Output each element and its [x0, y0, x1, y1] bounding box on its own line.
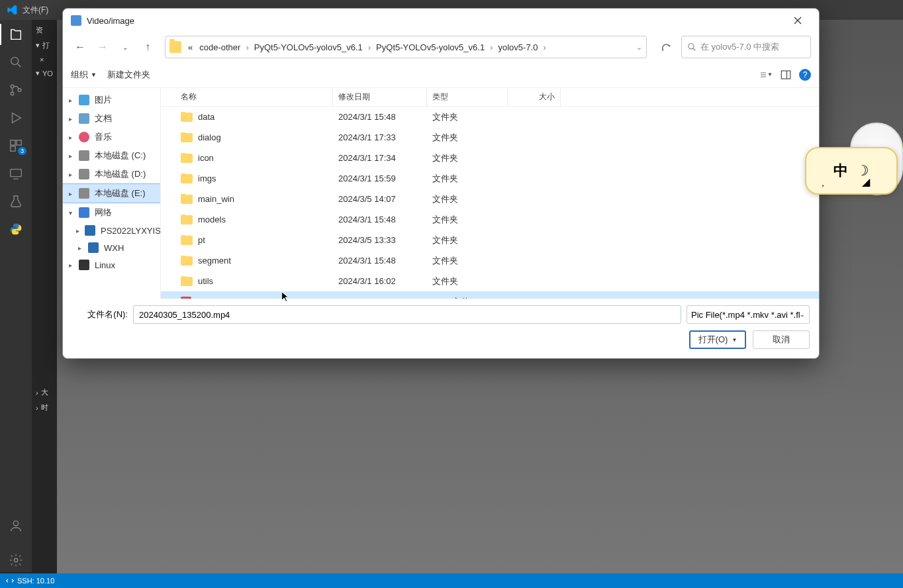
dialog-footer: 文件名(N): Pic File(*.mp4 *.mkv *.avi *.flv…: [63, 299, 819, 358]
testing-icon[interactable]: [8, 193, 24, 209]
svg-rect-6: [17, 140, 21, 145]
svg-point-2: [11, 85, 14, 88]
run-debug-icon[interactable]: [8, 110, 24, 126]
editor-tab[interactable]: ×: [33, 53, 56, 66]
tree-item-图片[interactable]: 图片: [63, 91, 160, 109]
preview-pane-icon[interactable]: [779, 68, 792, 81]
file-row[interactable]: main_win2024/3/5 14:07文件夹: [161, 189, 819, 209]
file-row[interactable]: pt2024/3/5 13:33文件夹: [161, 230, 819, 250]
tree-item-Linux[interactable]: Linux: [63, 256, 160, 273]
breadcrumb[interactable]: « code-other› PyQt5-YOLOv5-yolov5_v6.1› …: [165, 36, 647, 58]
activity-bar: 3: [0, 20, 32, 572]
svg-point-12: [14, 558, 18, 562]
crumb-pyqt5-2[interactable]: PyQt5-YOLOv5-yolov5_v6.1: [373, 41, 487, 54]
remote-icon[interactable]: [8, 166, 24, 181]
file-row[interactable]: utils2024/3/1 16:02文件夹: [161, 271, 819, 291]
source-control-icon[interactable]: [8, 82, 24, 98]
file-row[interactable]: dialog2024/3/1 17:33文件夹: [161, 127, 819, 148]
col-type[interactable]: 类型: [427, 88, 508, 106]
file-list-area: 名称 修改日期 类型 大小 data2024/3/1 15:48文件夹dialo…: [161, 88, 819, 299]
forward-button[interactable]: →: [93, 38, 112, 56]
folder-tree[interactable]: 图片文档音乐本地磁盘 (C:)本地磁盘 (D:)本地磁盘 (E:)网络PS202…: [63, 88, 161, 299]
cancel-button[interactable]: 取消: [753, 330, 810, 349]
disk-icon: [79, 169, 89, 179]
open-editors[interactable]: ▾ 打: [33, 38, 56, 53]
svg-line-14: [693, 48, 696, 51]
new-folder-button[interactable]: 新建文件夹: [107, 69, 150, 81]
search-icon[interactable]: [8, 54, 24, 70]
outline-section[interactable]: › 大: [33, 385, 56, 400]
filename-input[interactable]: [133, 305, 681, 324]
back-button[interactable]: ←: [71, 38, 89, 56]
ime-comma[interactable]: ，: [818, 177, 828, 189]
folder-icon: [181, 154, 193, 163]
file-open-dialog: Video/image ← → ⌄ ↑ « code-other› PyQt5-…: [62, 8, 820, 359]
open-button[interactable]: 打开(O) ▼: [689, 330, 746, 349]
folder-icon: [181, 236, 193, 245]
folder-icon: [181, 174, 193, 183]
tree-item-本地磁盘 (E:)[interactable]: 本地磁盘 (E:): [63, 183, 160, 203]
breadcrumb-dropdown-icon[interactable]: ⌄: [636, 43, 642, 52]
file-row[interactable]: models2024/3/1 15:48文件夹: [161, 209, 819, 230]
ime-toolbar[interactable]: 中 ☽ ， ◢: [805, 147, 898, 195]
dialog-titlebar[interactable]: Video/image: [63, 9, 819, 32]
menu-file[interactable]: 文件(F): [23, 5, 48, 16]
search-icon: [687, 42, 696, 52]
file-list[interactable]: data2024/3/1 15:48文件夹dialog2024/3/1 17:3…: [161, 107, 819, 299]
tree-item-本地磁盘 (C:)[interactable]: 本地磁盘 (C:): [63, 146, 160, 165]
accounts-icon[interactable]: [8, 518, 24, 534]
dialog-app-icon: [71, 15, 81, 26]
disk-icon: [79, 188, 89, 199]
side-panel: 资 ▾ 打 × ▾ YO › 大 › 时: [32, 20, 57, 572]
python-icon[interactable]: [8, 221, 24, 237]
file-row[interactable]: data2024/3/1 15:48文件夹: [161, 107, 819, 127]
folder-icon: [181, 133, 193, 142]
search-placeholder: 在 yolov5-7.0 中搜索: [700, 41, 779, 53]
net-icon: [79, 207, 89, 218]
explorer-icon[interactable]: [8, 26, 24, 42]
extensions-badge: 3: [18, 147, 26, 155]
col-size[interactable]: 大小: [508, 88, 561, 106]
file-row[interactable]: icon2024/3/1 17:34文件夹: [161, 148, 819, 168]
recent-button[interactable]: ⌄: [116, 38, 134, 56]
ime-skin-icon[interactable]: ◢: [862, 175, 870, 188]
organize-button[interactable]: 组织 ▼: [71, 69, 97, 81]
vscode-logo-icon: [7, 5, 17, 15]
tree-item-文档[interactable]: 文档: [63, 109, 160, 128]
col-date[interactable]: 修改日期: [333, 88, 427, 106]
close-button[interactable]: [784, 11, 811, 30]
crumb-pyqt5-1[interactable]: PyQt5-YOLOv5-yolov5_v6.1: [252, 41, 365, 54]
ime-lang[interactable]: 中: [833, 161, 848, 181]
file-row[interactable]: segment2024/3/1 15:48文件夹: [161, 250, 819, 271]
svg-point-4: [18, 89, 21, 92]
settings-icon[interactable]: [8, 552, 24, 568]
video-file-icon: [181, 297, 191, 299]
filename-label: 文件名(N):: [72, 309, 128, 320]
col-name[interactable]: 名称: [161, 88, 333, 106]
search-input[interactable]: 在 yolov5-7.0 中搜索: [681, 36, 811, 58]
extensions-icon[interactable]: 3: [8, 138, 24, 154]
up-button[interactable]: ↑: [138, 38, 157, 56]
tree-item-WXH[interactable]: WXH: [63, 239, 160, 256]
view-list-icon[interactable]: ▼: [759, 68, 773, 81]
tree-item-音乐[interactable]: 音乐: [63, 128, 160, 146]
help-icon[interactable]: ?: [799, 69, 811, 81]
tree-item-PS2022LYXYIS[interactable]: PS2022LYXYIS: [63, 222, 160, 239]
file-row[interactable]: 20240305_135200.mp42024/3/5 13:52MP4 文件1…: [161, 291, 819, 299]
remote-status-text: SSH: 10.10: [17, 577, 54, 585]
crumb-yolov5[interactable]: yolov5-7.0: [495, 41, 540, 54]
refresh-button[interactable]: [655, 36, 677, 58]
crumb-code-other[interactable]: code-other: [197, 41, 243, 54]
tree-item-网络[interactable]: 网络: [63, 203, 160, 222]
folder-root[interactable]: ▾ YO: [33, 66, 56, 80]
tree-item-本地磁盘 (D:)[interactable]: 本地磁盘 (D:): [63, 165, 160, 183]
status-bar[interactable]: SSH: 10.10: [0, 573, 903, 588]
file-row[interactable]: imgs2024/3/1 15:59文件夹: [161, 168, 819, 189]
folder-icon: [181, 113, 193, 122]
file-type-filter[interactable]: Pic File(*.mp4 *.mkv *.avi *.flv ⌄: [687, 305, 810, 324]
remote-status-icon: [5, 576, 15, 585]
column-headers[interactable]: 名称 修改日期 类型 大小: [161, 88, 819, 107]
linux-icon: [79, 260, 89, 270]
svg-rect-18: [781, 71, 790, 79]
timeline-section[interactable]: › 时: [33, 400, 56, 415]
